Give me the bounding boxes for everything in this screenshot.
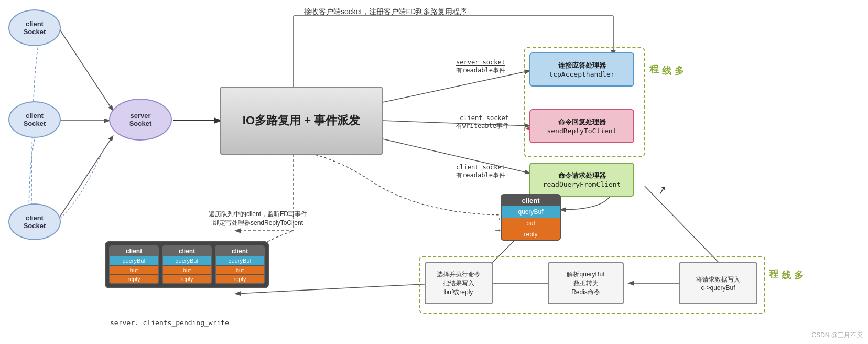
watermark: CSDN @三月不灭 (811, 331, 863, 340)
clients-pending-write-label: server. clients_pending_write (110, 319, 229, 327)
svg-line-0 (59, 29, 113, 110)
diagram-container: 接收客户端socket，注册客户端FD到多路复用程序 client Socket… (0, 0, 868, 344)
multithread-box-bottom (419, 256, 765, 314)
trigger-3-text: client socket有readable事件 (456, 164, 505, 180)
client-card-single: client queryBuf buf reply (501, 194, 561, 241)
handler-request: 命令请求处理器 readQueryFromClient (529, 163, 634, 197)
svg-line-2 (59, 136, 113, 218)
multithread-label-bottom: 多线程 (767, 262, 805, 264)
trigger-2-text: client socket有writeable事件 (456, 114, 509, 131)
trigger-1-text: server socket有readable事件 (456, 59, 505, 75)
server-socket: server Socket (109, 99, 172, 141)
multithread-label-top: 多线程 (648, 58, 686, 60)
card-arrow-2: → (494, 225, 502, 235)
card-arrow-1: → (494, 214, 502, 223)
client-socket-1: client Socket (8, 9, 61, 46)
client-socket-2: client Socket (8, 101, 61, 138)
cursor-indicator: ↗ (656, 182, 668, 197)
multithread-box-top (524, 47, 645, 157)
client-socket-3: client Socket (8, 203, 61, 240)
io-multiplexer-box: IO多路复用 + 事件派发 (220, 87, 383, 155)
top-annotation: 接收客户端socket，注册客户端FD到多路复用程序 (304, 7, 467, 17)
bottom-annotation: 遍历队列中的client，监听FD写事件 绑定写处理器sendReplyToCl… (209, 210, 307, 228)
client-card-group: client queryBuf buf reply client queryBu… (105, 241, 269, 288)
svg-line-7 (383, 71, 529, 102)
